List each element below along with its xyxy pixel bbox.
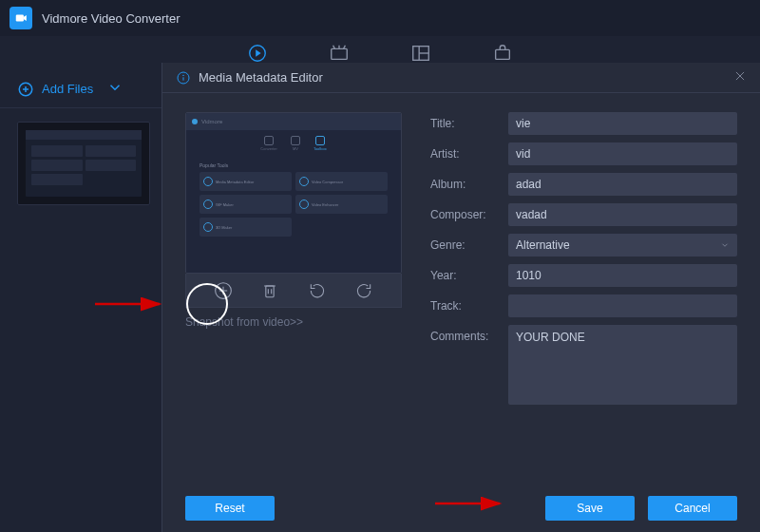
album-input[interactable] bbox=[508, 173, 737, 196]
svg-rect-19 bbox=[266, 286, 274, 297]
artist-input[interactable] bbox=[508, 142, 737, 165]
year-label: Year: bbox=[430, 264, 499, 287]
genre-label: Genre: bbox=[430, 234, 499, 256]
add-snapshot-button[interactable] bbox=[213, 280, 234, 301]
artist-label: Artist: bbox=[430, 142, 499, 165]
year-input[interactable] bbox=[508, 264, 737, 287]
app-logo-icon bbox=[10, 7, 32, 29]
svg-marker-2 bbox=[256, 49, 261, 56]
genre-value: Alternative bbox=[516, 238, 570, 252]
track-input[interactable] bbox=[508, 294, 737, 317]
dialog-footer: Reset Save Cancel bbox=[162, 496, 760, 521]
save-button[interactable]: Save bbox=[545, 496, 635, 521]
genre-select[interactable]: Alternative bbox=[508, 234, 737, 256]
snapshot-toolbar bbox=[185, 274, 402, 308]
add-files-button[interactable]: Add Files bbox=[17, 79, 124, 99]
rotate-cw-button[interactable] bbox=[353, 280, 374, 301]
composer-label: Composer: bbox=[430, 203, 499, 226]
info-icon bbox=[176, 70, 191, 86]
snapshot-preview: Vidmore Converter MV Toolbox Popular Too… bbox=[185, 112, 402, 274]
svg-rect-7 bbox=[496, 49, 510, 59]
album-label: Album: bbox=[430, 173, 499, 196]
dialog-title: Media Metadata Editor bbox=[199, 70, 726, 85]
composer-input[interactable] bbox=[508, 203, 737, 226]
app-title: Vidmore Video Converter bbox=[42, 11, 180, 26]
title-bar: Vidmore Video Converter bbox=[0, 0, 760, 36]
comments-label: Comments: bbox=[430, 325, 499, 348]
track-label: Track: bbox=[430, 294, 499, 317]
snapshot-link[interactable]: Snapshot from video>> bbox=[185, 315, 402, 329]
form-column: Title: Artist: Album: Composer: Genre: A… bbox=[430, 112, 737, 405]
svg-rect-0 bbox=[16, 15, 24, 22]
close-button[interactable] bbox=[733, 69, 747, 86]
preview-column: Vidmore Converter MV Toolbox Popular Too… bbox=[185, 112, 402, 405]
chevron-down-icon bbox=[106, 79, 124, 99]
metadata-editor-dialog: Media Metadata Editor Vidmore Converter … bbox=[162, 63, 760, 532]
title-input[interactable] bbox=[508, 112, 737, 135]
comments-textarea[interactable] bbox=[508, 325, 737, 405]
dialog-body: Vidmore Converter MV Toolbox Popular Too… bbox=[162, 93, 760, 414]
rotate-ccw-button[interactable] bbox=[307, 280, 328, 301]
title-label: Title: bbox=[430, 112, 499, 135]
svg-point-13 bbox=[183, 75, 184, 76]
add-files-label: Add Files bbox=[42, 82, 93, 96]
video-thumbnail[interactable] bbox=[17, 122, 150, 205]
svg-rect-3 bbox=[332, 48, 348, 59]
dialog-header: Media Metadata Editor bbox=[162, 63, 760, 93]
cancel-button[interactable]: Cancel bbox=[648, 496, 737, 521]
reset-button[interactable]: Reset bbox=[185, 496, 275, 521]
annotation-arrow-add bbox=[93, 294, 169, 317]
delete-snapshot-button[interactable] bbox=[259, 280, 280, 301]
